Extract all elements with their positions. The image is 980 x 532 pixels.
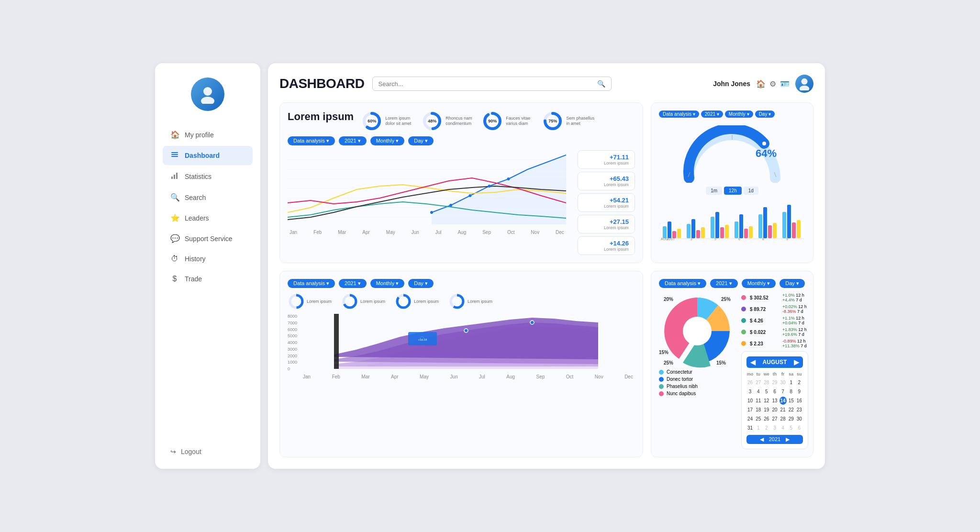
pie-legend-item-4: Nunc dapibus [659, 391, 735, 396]
svg-rect-4 [171, 156, 178, 157]
cal-day-1-next[interactable]: 1 [755, 424, 762, 432]
cal-day-22[interactable]: 22 [788, 406, 795, 414]
sidebar-item-trade[interactable]: $ Trade [163, 270, 253, 288]
cal-day-13[interactable]: 13 [771, 397, 778, 405]
cal-day-31[interactable]: 31 [746, 424, 754, 432]
svg-rect-44 [711, 217, 714, 238]
svg-point-8 [801, 78, 807, 85]
cal-day-6[interactable]: 6 [771, 388, 778, 396]
ticker-dot-1 [741, 295, 746, 300]
filter-bl-day[interactable]: Day ▾ [408, 279, 434, 288]
card-icon[interactable]: 🪪 [780, 79, 790, 89]
ticker-price-5: $ 2.23 [750, 341, 779, 346]
cal-day-26-prev[interactable]: 26 [746, 378, 754, 387]
filter-2021[interactable]: 2021 ▾ [339, 136, 367, 145]
cal-day-6-next[interactable]: 6 [796, 424, 803, 432]
filter-bl-monthly[interactable]: Monthly ▾ [370, 279, 405, 288]
cal-day-14-today[interactable]: 14 [780, 397, 787, 405]
cal-day-8[interactable]: 8 [788, 388, 795, 396]
gauge-filter-monthly[interactable]: Monthly ▾ [725, 111, 753, 118]
cal-prev-year[interactable]: ◀ [760, 436, 764, 442]
svg-text:8: 8 [762, 237, 764, 241]
cal-day-21[interactable]: 21 [780, 406, 787, 414]
cal-day-headers: mo tu we th fr sa su 26 27 28 [746, 371, 803, 432]
filter-br-day[interactable]: Day ▾ [780, 279, 805, 288]
cal-day-27-prev[interactable]: 27 [755, 378, 762, 387]
cal-day-10[interactable]: 10 [746, 397, 754, 405]
filter-bl-data[interactable]: Data analysis ▾ [288, 279, 335, 288]
sidebar-item-search[interactable]: 🔍 Search [163, 188, 253, 207]
cal-day-23[interactable]: 23 [796, 406, 803, 414]
sidebar-item-history[interactable]: ⏱ History [163, 250, 253, 268]
cal-day-9[interactable]: 9 [796, 388, 803, 396]
cal-day-7[interactable]: 7 [780, 388, 787, 396]
sidebar-item-support-service[interactable]: 💬 Support Service [163, 229, 253, 248]
cal-day-28-prev[interactable]: 28 [763, 378, 770, 387]
cal-day-17[interactable]: 17 [746, 406, 754, 414]
cal-day-29-prev[interactable]: 29 [771, 378, 778, 387]
home-icon[interactable]: 🏠 [756, 79, 766, 89]
filter-monthly[interactable]: Monthly ▾ [370, 136, 405, 145]
cal-day-1[interactable]: 1 [788, 378, 795, 387]
cal-day-2[interactable]: 2 [796, 378, 803, 387]
sidebar-item-dashboard[interactable]: Dashboard [163, 146, 253, 165]
cal-day-3-next[interactable]: 3 [771, 424, 778, 432]
cal-day-20[interactable]: 20 [771, 406, 778, 414]
gauge-btn-1d[interactable]: 1d [744, 187, 758, 195]
stat-label-4: Lorem ipsum [604, 225, 629, 230]
cal-day-3[interactable]: 3 [746, 388, 754, 396]
gauge-filter-day[interactable]: Day ▾ [755, 111, 775, 118]
cal-day-11[interactable]: 11 [755, 397, 762, 405]
svg-text:6: 6 [738, 237, 740, 241]
stat-val-4: +27.15 [610, 218, 629, 225]
cal-day-15[interactable]: 15 [788, 397, 795, 405]
filter-br-monthly[interactable]: Monthly ▾ [742, 279, 776, 288]
cal-day-16[interactable]: 16 [796, 397, 803, 405]
search-input[interactable] [379, 80, 593, 88]
sidebar-item-statistics[interactable]: Statistics [163, 167, 253, 186]
gauge-btn-1m[interactable]: 1m [706, 187, 722, 195]
filter-br-2021[interactable]: 2021 ▾ [710, 279, 738, 288]
cal-prev-month[interactable]: ◀ [750, 358, 756, 366]
search-bar[interactable]: 🔍 [372, 77, 612, 91]
cal-day-4-next[interactable]: 4 [780, 424, 787, 432]
cal-day-26[interactable]: 26 [763, 415, 770, 423]
cal-day-30-prev[interactable]: 30 [780, 378, 787, 387]
gauge-filter-data[interactable]: Data analysis ▾ [659, 111, 699, 118]
cal-day-30[interactable]: 30 [796, 415, 803, 423]
filter-day[interactable]: Day ▾ [408, 136, 434, 145]
lorem-title: Lorem ipsum [288, 111, 354, 123]
cal-day-29[interactable]: 29 [788, 415, 795, 423]
cal-day-18[interactable]: 18 [755, 406, 762, 414]
gauge-btn-12h[interactable]: 12h [724, 187, 742, 195]
svg-point-28 [468, 194, 471, 197]
cal-day-5[interactable]: 5 [763, 388, 770, 396]
svg-text:9: 9 [786, 237, 788, 241]
svg-rect-36 [663, 226, 667, 238]
cal-next-year[interactable]: ▶ [786, 436, 790, 442]
filter-br-data[interactable]: Data analysis ▾ [659, 279, 706, 288]
sidebar-item-leaders[interactable]: ⭐ Leaders [163, 209, 253, 227]
cal-day-2-next[interactable]: 2 [763, 424, 770, 432]
cal-day-28[interactable]: 28 [780, 415, 787, 423]
stat-label-5: Lorem ipsum [604, 247, 629, 252]
card-area-chart: Data analysis ▾ 2021 ▾ Monthly ▾ Day ▾ L… [279, 271, 643, 457]
filter-bl-2021[interactable]: 2021 ▾ [339, 279, 367, 288]
user-avatar[interactable] [795, 75, 813, 93]
cal-day-5-next[interactable]: 5 [788, 424, 795, 432]
cal-next-month[interactable]: ▶ [794, 358, 799, 366]
logout-button[interactable]: ↪ Logout [170, 444, 245, 459]
cal-day-19[interactable]: 19 [763, 406, 770, 414]
cal-day-27[interactable]: 27 [771, 415, 778, 423]
ticker-item-5: $ 2.23 -0.89% 12 h +11.38% 7 d [741, 339, 808, 348]
cal-header-sa: sa [788, 371, 795, 377]
cal-day-24[interactable]: 24 [746, 415, 754, 423]
cal-day-12[interactable]: 12 [763, 397, 770, 405]
cal-day-4[interactable]: 4 [755, 388, 762, 396]
cal-day-25[interactable]: 25 [755, 415, 762, 423]
filter-data-analysis[interactable]: Data analysis ▾ [288, 136, 335, 145]
sidebar-item-my-profile[interactable]: 🏠 My profile [163, 125, 253, 144]
settings-icon[interactable]: ⚙ [769, 79, 776, 89]
ticker-dot-3 [741, 318, 746, 323]
gauge-filter-year[interactable]: 2021 ▾ [701, 111, 723, 118]
